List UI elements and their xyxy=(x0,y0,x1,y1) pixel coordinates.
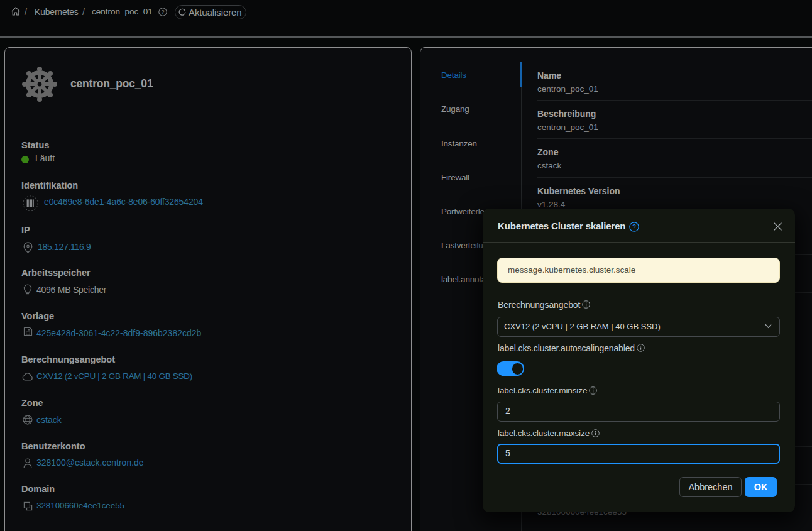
svg-text:?: ? xyxy=(632,224,636,231)
